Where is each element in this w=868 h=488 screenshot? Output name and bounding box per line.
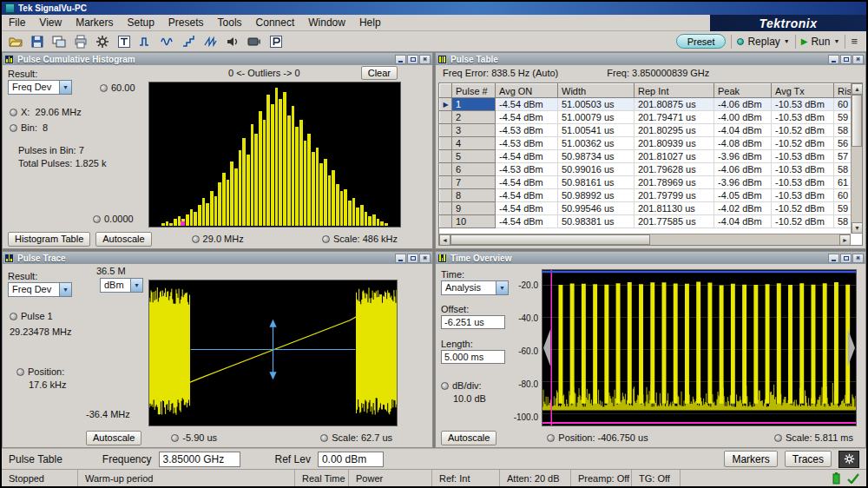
units-dropdown[interactable]: dBm ▼ — [100, 278, 143, 293]
table-row[interactable]: 10-4.54 dBm50.98381 us201.77585 us-4.04 … — [440, 215, 864, 228]
maximize-icon[interactable] — [840, 254, 852, 263]
menu-tools[interactable]: Tools — [211, 16, 249, 30]
minimize-icon[interactable] — [828, 55, 839, 64]
print-icon[interactable] — [70, 33, 90, 50]
minimize-icon[interactable] — [828, 254, 839, 263]
knob-icon[interactable] — [10, 124, 17, 132]
settings-gear-icon[interactable] — [92, 33, 112, 50]
menu-view[interactable]: View — [32, 16, 69, 30]
maximize-icon[interactable] — [407, 254, 418, 263]
result-dropdown[interactable]: Freq Dev ▼ — [8, 282, 72, 297]
reflev-field[interactable]: 0.00 dBm — [318, 452, 384, 467]
histogram-titlebar[interactable]: Pulse Cumulative Histogram × — [3, 53, 432, 65]
column-header-rep-int[interactable]: Rep Int — [635, 84, 714, 98]
column-header-width[interactable]: Width — [558, 84, 635, 98]
table-row[interactable]: 5-4.54 dBm50.98734 us201.81027 us-3.96 d… — [440, 150, 864, 163]
scroll-right-icon[interactable]: ► — [839, 234, 851, 246]
histogram-marker[interactable] — [181, 221, 185, 226]
scrollbar-thumb[interactable] — [450, 234, 650, 245]
replay-control[interactable]: Replay ▼ — [737, 36, 789, 48]
pulse-trace-titlebar[interactable]: Pulse Trace × — [3, 252, 432, 264]
camera-icon[interactable] — [244, 33, 264, 50]
autoscale-button[interactable]: Autoscale — [95, 232, 151, 247]
knob-icon[interactable] — [441, 382, 449, 390]
time-overview-titlebar[interactable]: Time Overview × — [436, 252, 865, 264]
table-row[interactable]: 4-4.53 dBm51.00362 us201.80939 us-4.08 d… — [440, 137, 864, 150]
column-header-pulse-[interactable]: Pulse # — [452, 84, 496, 98]
scrollbar-thumb[interactable] — [852, 95, 862, 147]
knob-icon[interactable] — [93, 215, 101, 223]
pulse-icon[interactable] — [135, 33, 155, 50]
offset-field[interactable]: -6.251 us — [441, 315, 505, 329]
presets-p-icon[interactable] — [266, 33, 286, 50]
menu-connect[interactable]: Connect — [249, 16, 302, 30]
chevron-down-icon[interactable]: ▼ — [784, 38, 790, 44]
scroll-up-icon[interactable]: ▲ — [852, 83, 863, 95]
ramp-wave-icon[interactable] — [201, 33, 220, 50]
length-field[interactable]: 5.000 ms — [441, 350, 505, 364]
knob-icon[interactable] — [16, 368, 24, 376]
table-row[interactable]: 7-4.54 dBm50.98161 us201.78969 us-3.96 d… — [440, 176, 864, 189]
column-header-peak[interactable]: Peak — [714, 84, 772, 98]
menu-setup[interactable]: Setup — [120, 16, 161, 30]
close-icon[interactable]: × — [419, 55, 431, 64]
table-row[interactable]: 2-4.54 dBm51.00079 us201.79471 us-4.00 d… — [440, 111, 864, 124]
run-control[interactable]: ▶ Run ▼ — [801, 36, 840, 48]
table-row[interactable]: 3-4.53 dBm51.00541 us201.80295 us-4.04 d… — [440, 124, 864, 137]
save-icon[interactable] — [27, 33, 47, 50]
autoscale-button[interactable]: Autoscale — [441, 431, 496, 445]
minimize-icon[interactable] — [395, 55, 406, 64]
histogram-plot[interactable] — [148, 82, 401, 228]
knob-icon[interactable] — [100, 84, 108, 92]
chevron-down-icon[interactable]: ▼ — [833, 38, 839, 44]
knob-icon[interactable] — [171, 434, 179, 442]
menu-file[interactable]: File — [2, 16, 32, 30]
text-marker-icon[interactable] — [114, 33, 134, 50]
close-icon[interactable]: × — [852, 55, 864, 64]
knob-icon[interactable] — [547, 434, 555, 442]
sine-wave-icon[interactable] — [157, 33, 177, 50]
table-row[interactable]: 9-4.54 dBm50.99546 us201.81130 us-4.02 d… — [440, 202, 864, 215]
knob-icon[interactable] — [322, 235, 330, 243]
maximize-icon[interactable] — [407, 55, 418, 64]
displays-icon[interactable] — [49, 33, 69, 50]
pulse-trace-plot[interactable] — [148, 280, 398, 426]
autoscale-button[interactable]: Autoscale — [86, 431, 141, 445]
step-wave-icon[interactable] — [179, 33, 199, 50]
table-row[interactable]: 6-4.53 dBm50.99016 us201.79628 us-4.06 d… — [440, 163, 864, 176]
time-overview-plot[interactable] — [542, 269, 857, 426]
histogram-table-button[interactable]: Histogram Table — [8, 232, 90, 247]
pulse-table-titlebar[interactable]: Pulse Table × — [436, 53, 865, 65]
table-row[interactable]: 8-4.54 dBm50.98992 us201.79799 us-4.05 d… — [440, 189, 864, 202]
audio-icon[interactable] — [222, 33, 242, 50]
window-titlebar[interactable]: Tek SignalVu-PC — [2, 2, 866, 15]
horizontal-scrollbar[interactable]: ◄ ► — [439, 234, 851, 245]
menu-help[interactable]: Help — [352, 16, 388, 30]
result-dropdown[interactable]: Freq Dev ▼ — [8, 80, 72, 95]
frequency-field[interactable]: 3.85000 GHz — [159, 452, 240, 467]
scroll-left-icon[interactable]: ◄ — [439, 234, 450, 246]
table-row[interactable]: ▶1-4.54 dBm51.00503 us201.80875 us-4.06 … — [440, 98, 864, 111]
vertical-scrollbar[interactable]: ▲ ▼ — [851, 83, 862, 234]
display-selector-label[interactable]: Pulse Table — [9, 453, 62, 465]
maximize-icon[interactable] — [840, 55, 852, 64]
column-header-avg-tx[interactable]: Avg Tx — [772, 84, 834, 98]
minimize-icon[interactable] — [395, 254, 406, 263]
knob-icon[interactable] — [10, 109, 17, 116]
close-icon[interactable]: × — [419, 254, 431, 263]
markers-button[interactable]: Markers — [724, 451, 777, 467]
settings-gear-button[interactable] — [838, 451, 859, 468]
knob-icon[interactable] — [774, 434, 782, 442]
traces-button[interactable]: Traces — [785, 451, 832, 467]
knob-icon[interactable] — [192, 235, 200, 243]
menu-presets[interactable]: Presets — [161, 16, 211, 30]
menu-icon[interactable]: ≡ — [851, 35, 858, 48]
open-icon[interactable] — [5, 33, 25, 50]
menu-window[interactable]: Window — [301, 16, 352, 30]
menu-markers[interactable]: Markers — [69, 16, 120, 30]
scroll-down-icon[interactable]: ▼ — [852, 222, 863, 234]
clear-button[interactable]: Clear — [361, 66, 398, 80]
column-header-avg-on[interactable]: Avg ON — [496, 84, 558, 98]
preset-button[interactable]: Preset — [676, 34, 727, 49]
knob-icon[interactable] — [320, 434, 328, 442]
